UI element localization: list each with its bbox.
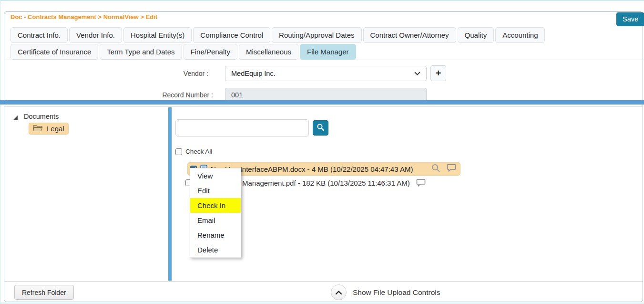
tab-contract-info[interactable]: Contract Info. [10,27,68,43]
check-all-checkbox[interactable] [175,148,182,155]
file-row-actions [431,163,456,175]
tab-miscellaneous[interactable]: Miscellaneous [239,44,298,60]
chevron-down-icon [414,72,420,76]
search-button[interactable] [313,120,328,136]
tab-certificate-of-insurance[interactable]: Certificate of Insurance [10,44,98,60]
tab-routing-approval-dates[interactable]: Routing/Approval Dates [272,27,361,43]
menu-item-check-in[interactable]: Check In [190,198,241,213]
tab-compliance-control[interactable]: Compliance Control [193,27,270,43]
comment-icon[interactable] [416,178,426,187]
file-context-menu: View Edit Check In Email Rename Delete [190,168,241,258]
save-button[interactable]: Save [616,12,644,26]
tabs-underline [4,60,643,60]
section-divider-bar [0,100,644,105]
tab-fine-penalty[interactable]: Fine/Penalty [184,44,237,60]
tab-hospital-entities[interactable]: Hospital Entity(s) [123,27,192,43]
check-all-control: Check All [175,148,212,155]
vendor-label: Vendor : [113,70,208,77]
contracts-management-page: Doc - Contracts Management > NormalView … [0,0,644,304]
menu-item-email[interactable]: Email [190,213,241,228]
menu-item-rename[interactable]: Rename [190,228,241,242]
breadcrumb: Doc - Contracts Management > NormalView … [10,13,157,21]
file-preview-icon[interactable] [431,163,440,175]
record-number-label: Record Number : [118,91,213,99]
page-bottom-border [0,303,644,304]
footer-separator [4,281,643,282]
tab-quality[interactable]: Quality [458,27,494,43]
page-left-border [0,0,1,304]
tab-accounting[interactable]: Accounting [495,27,545,43]
tree-node-legal[interactable]: Legal [29,123,69,135]
tab-term-type-and-dates[interactable]: Term Type and Dates [100,44,182,60]
menu-item-edit[interactable]: Edit [190,183,241,198]
add-vendor-button[interactable]: + [430,65,446,81]
upload-toggle-label: Show File Upload Controls [353,288,440,297]
tab-file-manager[interactable]: File Manager [300,44,356,60]
tab-bar-row2: Certificate of Insurance Term Type and D… [10,44,356,60]
file-search-input[interactable] [175,119,309,136]
tab-vendor-info[interactable]: Vendor Info. [69,27,122,43]
check-all-label: Check All [185,148,212,155]
split-top-border [4,106,643,107]
pane-splitter[interactable] [168,107,172,281]
menu-item-view[interactable]: View [190,168,241,183]
comment-icon[interactable] [447,164,456,174]
menu-item-delete[interactable]: Delete [190,242,241,257]
search-icon [317,123,325,133]
tree-expander-icon[interactable] [13,114,18,118]
refresh-folder-button[interactable]: Refresh Folder [14,285,74,300]
chevron-up-icon[interactable] [331,284,347,300]
file-name-pdf: Management.pdf - 182 KB (10/13/2025 11:4… [242,179,410,187]
tab-bar-row1: Contract Info. Vendor Info. Hospital Ent… [10,27,545,43]
vendor-select[interactable]: MedEquip Inc. [225,66,427,81]
folder-icon [33,124,43,134]
tab-contract-owner-attorney[interactable]: Contract Owner/Attorney [363,27,456,43]
tree-node-documents[interactable]: Documents [24,113,59,120]
vendor-select-value: MedEquip Inc. [231,70,276,77]
tree-node-legal-label: Legal [47,125,64,133]
page-top-border [0,0,644,1]
upload-controls-toggle[interactable]: Show File Upload Controls [331,284,440,300]
